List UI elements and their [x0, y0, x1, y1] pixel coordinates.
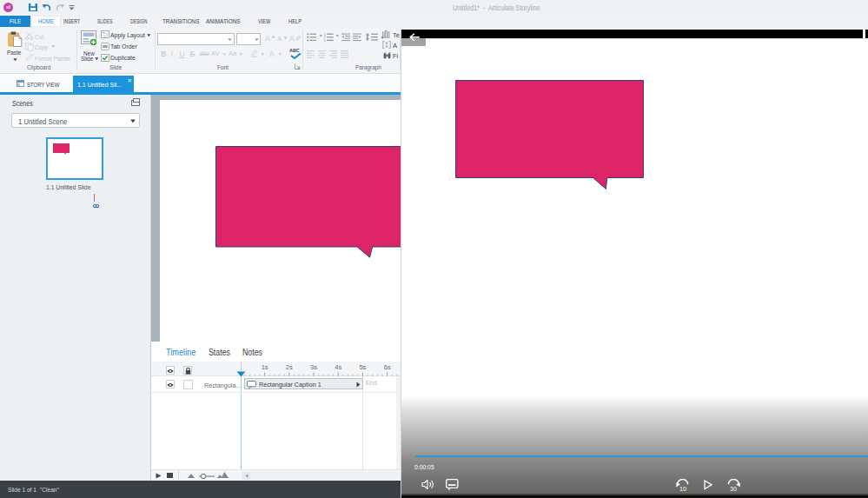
svg-text:3: 3 — [323, 38, 326, 42]
svg-text:3s: 3s — [310, 363, 317, 371]
svg-text:6s: 6s — [384, 363, 391, 371]
svg-text:10: 10 — [679, 485, 686, 492]
svg-text:4s: 4s — [335, 363, 341, 371]
svg-text:5s: 5s — [359, 363, 366, 371]
svg-text:30: 30 — [730, 485, 737, 492]
svg-text:1s: 1s — [262, 363, 268, 371]
svg-text:2s: 2s — [286, 363, 293, 371]
